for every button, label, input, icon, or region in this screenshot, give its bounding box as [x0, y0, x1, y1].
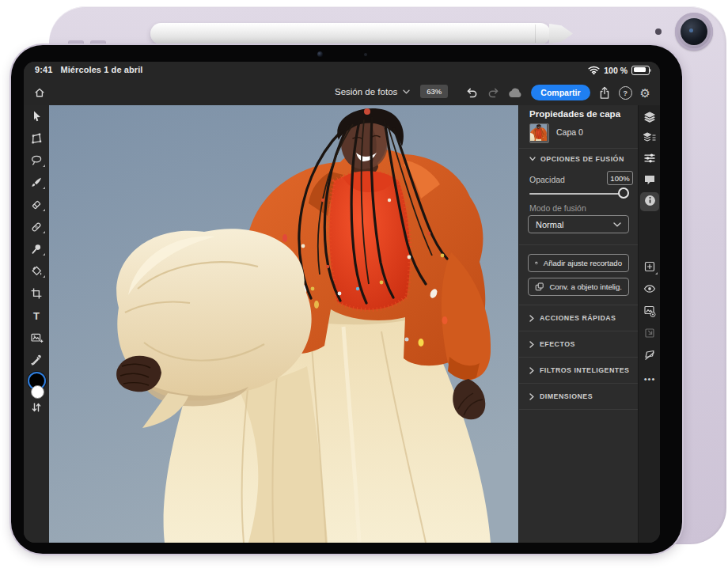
button-label: Añadir ajuste recortado	[544, 259, 622, 267]
blend-mode-dropdown[interactable]: Normal	[528, 215, 629, 233]
background-color-swatch[interactable]	[31, 385, 44, 399]
eyedropper-tool[interactable]	[24, 353, 49, 367]
transform-tool[interactable]	[24, 131, 49, 146]
panel-title: Propiedades de capa	[529, 109, 620, 119]
chevron-right-icon	[529, 341, 534, 348]
cloud-sync-icon[interactable]	[508, 88, 523, 98]
app-toolbar: Sesión de fotos 63%	[24, 79, 660, 106]
dodge-tool[interactable]	[24, 242, 49, 256]
chevron-down-icon	[613, 222, 621, 227]
help-icon[interactable]: ?	[619, 86, 632, 100]
blend-options-header[interactable]: OPCIONES DE FUSIÓN	[519, 152, 638, 166]
layer-mask-icon[interactable]	[643, 305, 656, 317]
stage: 9:41 Miércoles 1 de abril 100 %	[0, 0, 728, 568]
opacity-value-box[interactable]: 100%	[607, 171, 633, 185]
opacity-slider[interactable]	[529, 193, 628, 195]
chevron-down-icon	[403, 89, 410, 94]
canvas-photo	[49, 105, 518, 543]
visibility-icon[interactable]	[643, 282, 656, 295]
adjustments-icon[interactable]	[643, 152, 656, 165]
layer-thumbnail	[529, 123, 549, 143]
export-icon[interactable]	[598, 86, 611, 100]
fill-tool[interactable]	[24, 264, 49, 278]
add-layer-icon[interactable]	[643, 260, 656, 273]
chevron-down-icon	[529, 157, 536, 161]
blend-mode-label: Modo de fusión	[529, 203, 586, 213]
move-tool[interactable]	[24, 109, 49, 123]
section-quick-actions[interactable]: ACCIONES RÁPIDAS	[519, 305, 638, 331]
opacity-label: Opacidad	[529, 175, 565, 184]
collapsed-sections: ACCIONES RÁPIDAS EFECTOS FILTROS INTELIG…	[519, 305, 638, 410]
add-clipped-adjustment-button[interactable]: Añadir ajuste recortado	[528, 254, 629, 272]
zoom-level-badge[interactable]: 63%	[420, 85, 448, 98]
blend-options-label: OPCIONES DE FUSIÓN	[540, 155, 624, 163]
button-label: Conv. a objeto intelig.	[549, 282, 622, 291]
status-bar: 9:41 Miércoles 1 de abril 100 %	[24, 62, 660, 79]
healing-brush-tool[interactable]	[24, 220, 49, 234]
document-title-menu[interactable]: Sesión de fotos 63%	[335, 85, 448, 98]
layer-properties-icon[interactable]	[643, 131, 656, 144]
type-tool-glyph: T	[33, 311, 40, 321]
panel-switch-rail: •••	[638, 105, 660, 543]
layer-row[interactable]: Capa 0	[519, 122, 638, 146]
transform-edit-icon[interactable]	[643, 349, 656, 362]
place-image-tool[interactable]	[24, 331, 49, 345]
type-tool[interactable]: T	[24, 309, 49, 323]
clipped-adjustment-icon	[535, 258, 538, 268]
info-icon[interactable]	[643, 194, 656, 206]
rear-camera-lens-icon	[681, 18, 707, 45]
smart-object-icon	[535, 282, 544, 292]
screen: 9:41 Miércoles 1 de abril 100 %	[24, 62, 660, 543]
chevron-right-icon	[529, 315, 534, 322]
mic-dot	[655, 28, 662, 35]
section-smart-filters[interactable]: FILTROS INTELIGENTES	[519, 358, 638, 384]
pencil-seam	[535, 25, 536, 43]
section-effects[interactable]: EFECTOS	[519, 331, 638, 358]
battery-icon	[631, 66, 650, 76]
clip-layer-icon[interactable]	[643, 327, 656, 339]
front-sensor-dot	[364, 53, 367, 56]
home-icon	[33, 86, 46, 99]
convert-smart-object-button[interactable]: Conv. a objeto intelig.	[528, 278, 629, 296]
chevron-right-icon	[529, 367, 534, 374]
lasso-tool[interactable]	[24, 153, 49, 168]
tool-rail: T	[24, 105, 50, 543]
settings-gear-icon[interactable]: ⚙	[640, 87, 650, 99]
more-options-icon[interactable]: •••	[643, 373, 656, 385]
undo-icon[interactable]	[465, 86, 479, 99]
battery-percent: 100 %	[604, 66, 628, 75]
layer-properties-panel: Propiedades de capa Capa 0 OPCIONES DE F…	[518, 105, 638, 543]
document-title: Sesión de fotos	[335, 87, 397, 97]
eraser-tool[interactable]	[24, 198, 49, 212]
brush-tool[interactable]	[24, 176, 49, 190]
wifi-icon	[588, 66, 600, 74]
chevron-right-icon	[529, 393, 534, 400]
blend-mode-value: Normal	[536, 220, 563, 229]
swap-colors-button[interactable]	[24, 400, 49, 415]
layer-name: Capa 0	[556, 127, 583, 137]
front-camera-icon	[317, 51, 323, 57]
home-button[interactable]	[30, 83, 49, 102]
apple-pencil	[150, 23, 551, 44]
camera-glint	[689, 28, 693, 32]
comments-icon[interactable]	[643, 173, 656, 186]
section-dimensions[interactable]: DIMENSIONES	[519, 384, 638, 410]
share-button[interactable]: Compartir	[531, 85, 590, 100]
status-time: 9:41	[35, 65, 52, 74]
status-date: Miércoles 1 de abril	[60, 65, 142, 74]
opacity-slider-knob[interactable]	[618, 187, 629, 199]
layers-icon[interactable]	[643, 111, 656, 123]
canvas[interactable]	[49, 105, 518, 543]
redo-icon[interactable]	[487, 86, 500, 99]
crop-tool[interactable]	[24, 286, 49, 301]
